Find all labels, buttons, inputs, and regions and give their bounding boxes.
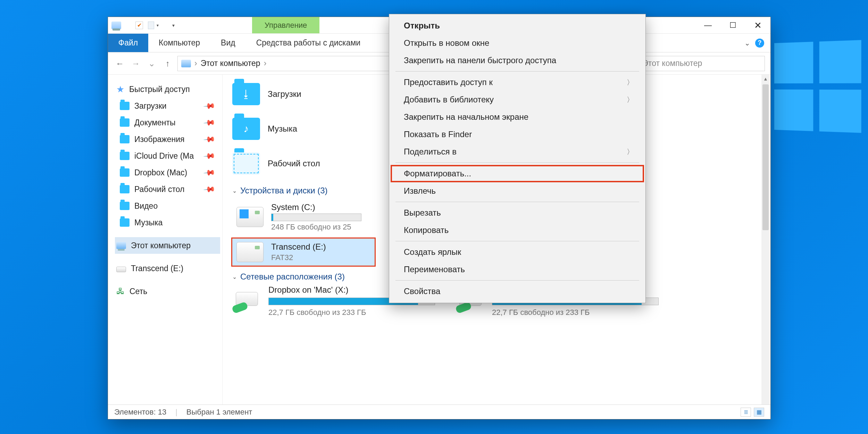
sidebar-item-videos[interactable]: Видео xyxy=(115,198,220,214)
context-menu-item[interactable]: Открыть xyxy=(391,17,644,34)
chevron-right-icon: 〉 xyxy=(627,78,634,87)
sidebar-item-pictures[interactable]: Изображения 📌 xyxy=(115,131,220,148)
help-icon[interactable]: ? xyxy=(755,39,764,48)
group-label: Устройства и диски (3) xyxy=(240,186,328,195)
drive-transcend-e[interactable]: Transcend (E:) FAT32 xyxy=(232,239,375,266)
pin-icon: 📌 xyxy=(203,99,216,112)
music-folder-icon: ♪ xyxy=(232,118,260,140)
usb-drive-icon xyxy=(236,242,264,262)
sidebar-item-label: Сеть xyxy=(130,287,147,296)
sidebar-transcend[interactable]: Transcend (E:) xyxy=(115,260,220,277)
netloc-sublabel: 22,7 ГБ свободно из 233 ГБ xyxy=(268,308,435,317)
status-selection: Выбран 1 элемент xyxy=(186,408,252,417)
sidebar-item-label: Документы xyxy=(134,118,176,127)
context-menu-item[interactable]: Предоставить доступ к〉 xyxy=(391,74,644,91)
context-menu-item[interactable]: Копировать xyxy=(391,222,644,239)
context-menu-item[interactable]: Открыть в новом окне xyxy=(391,34,644,52)
chevron-down-icon: ⌄ xyxy=(232,187,237,194)
scrollbar[interactable]: ▲ xyxy=(761,75,770,404)
sidebar-item-label: Быстрый доступ xyxy=(129,85,190,94)
folder-desktop[interactable]: Рабочий стол xyxy=(232,148,364,180)
context-menu-item[interactable]: Создать ярлык xyxy=(391,243,644,261)
contextual-tab-manage[interactable]: Управление xyxy=(252,17,319,33)
sidebar-item-label: Transcend (E:) xyxy=(131,264,183,273)
system-drive-icon xyxy=(236,207,264,227)
this-pc-icon[interactable] xyxy=(111,22,121,29)
view-tiles-icon[interactable]: ▦ xyxy=(754,408,764,417)
downloads-folder-icon: ⭳ xyxy=(232,83,260,105)
context-menu-item[interactable]: Закрепить на панели быстрого доступа xyxy=(391,52,644,69)
sidebar-item-label: Этот компьютер xyxy=(131,241,191,250)
sidebar-item-label: iCloud Drive (Ma xyxy=(134,151,194,161)
context-menu-item[interactable]: Свойства xyxy=(391,283,644,300)
sidebar-item-downloads[interactable]: Загрузки 📌 xyxy=(115,98,220,114)
context-menu: ОткрытьОткрыть в новом окнеЗакрепить на … xyxy=(389,14,646,303)
chevron-right-icon[interactable]: › xyxy=(194,59,197,68)
pin-icon: 📌 xyxy=(203,183,216,195)
sidebar-item-dropbox[interactable]: Dropbox (Mac) 📌 xyxy=(115,164,220,181)
context-menu-item[interactable]: Форматировать... xyxy=(391,165,644,182)
forward-button[interactable]: → xyxy=(130,57,142,70)
qat-newfolder-icon[interactable] xyxy=(148,22,154,29)
context-menu-item[interactable]: Извлечь xyxy=(391,182,644,200)
pin-icon: 📌 xyxy=(203,133,216,145)
sidebar-item-label: Рабочий стол xyxy=(134,185,184,194)
sidebar-item-icloud[interactable]: iCloud Drive (Ma 📌 xyxy=(115,148,220,164)
address-pc-icon xyxy=(181,60,191,67)
sidebar-item-documents[interactable]: Документы 📌 xyxy=(115,114,220,131)
back-button[interactable]: ← xyxy=(114,57,126,70)
history-dropdown-icon[interactable]: ⌄ xyxy=(145,57,158,70)
folder-music[interactable]: ♪ Музыка xyxy=(232,113,364,145)
qat-properties-icon[interactable]: ✔ xyxy=(135,22,143,29)
folder-icon xyxy=(120,152,130,160)
drive-sublabel: 248 ГБ свободно из 25 xyxy=(271,223,361,232)
group-label: Сетевые расположения (3) xyxy=(240,272,345,282)
netloc-sublabel: 22,7 ГБ свободно из 233 ГБ xyxy=(492,308,659,317)
nav-sidebar: ★ Быстрый доступ Загрузки 📌 Документы 📌 … xyxy=(108,75,223,404)
maximize-button[interactable]: ☐ xyxy=(720,17,745,34)
drive-system-c[interactable]: System (C:) 248 ГБ свободно из 25 xyxy=(232,199,375,235)
view-details-icon[interactable]: ≣ xyxy=(741,408,751,417)
folder-label: Загрузки xyxy=(268,89,301,99)
search-input[interactable]: ск: Этот компьютер xyxy=(626,56,765,71)
pin-icon: 📌 xyxy=(203,116,216,129)
drive-label: Transcend (E:) xyxy=(271,242,326,252)
sidebar-network[interactable]: 🖧 Сеть xyxy=(115,283,220,300)
chevron-right-icon: 〉 xyxy=(627,95,634,105)
pin-icon: 📌 xyxy=(203,149,216,162)
drive-label: System (C:) xyxy=(271,202,361,212)
status-item-count: Элементов: 13 xyxy=(114,408,166,417)
up-button[interactable]: ↑ xyxy=(161,57,174,70)
tab-view[interactable]: Вид xyxy=(210,34,246,52)
context-menu-item[interactable]: Закрепить на начальном экране xyxy=(391,108,644,126)
chevron-right-icon[interactable]: › xyxy=(264,59,267,68)
tab-computer[interactable]: Компьютер xyxy=(148,34,210,52)
sidebar-item-desktop[interactable]: Рабочий стол 📌 xyxy=(115,181,220,198)
star-icon: ★ xyxy=(116,84,124,95)
status-bar: Элементов: 13 | Выбран 1 элемент ≣ ▦ xyxy=(108,404,770,419)
folder-icon xyxy=(120,218,130,227)
folder-icon xyxy=(120,118,130,127)
folder-icon xyxy=(120,202,130,210)
close-button[interactable]: ✕ xyxy=(745,17,770,34)
folder-downloads[interactable]: ⭳ Загрузки xyxy=(232,78,364,110)
folder-icon xyxy=(120,168,130,177)
minimize-button[interactable]: — xyxy=(695,17,720,34)
qat-customize-icon[interactable]: ▾ xyxy=(170,23,177,28)
sidebar-quick-access[interactable]: ★ Быстрый доступ xyxy=(115,81,220,98)
ribbon-collapse-icon[interactable]: ⌄ xyxy=(744,39,750,47)
context-menu-item[interactable]: Переименовать xyxy=(391,261,644,278)
pc-icon xyxy=(116,242,126,249)
sidebar-this-pc[interactable]: Этот компьютер xyxy=(115,237,220,254)
context-menu-item[interactable]: Вырезать xyxy=(391,204,644,222)
folder-icon xyxy=(120,135,130,143)
tab-drive-tools[interactable]: Средства работы с дисками xyxy=(246,34,371,52)
tab-file[interactable]: Файл xyxy=(108,34,148,52)
context-menu-item[interactable]: Поделиться в〉 xyxy=(391,143,644,160)
breadcrumb-this-pc[interactable]: Этот компьютер xyxy=(201,59,260,68)
context-menu-item[interactable]: Показать в Finder xyxy=(391,126,644,143)
folder-label: Рабочий стол xyxy=(268,159,320,168)
context-menu-item[interactable]: Добавить в библиотеку〉 xyxy=(391,91,644,108)
chevron-down-icon: ⌄ xyxy=(232,274,237,280)
sidebar-item-music[interactable]: Музыка xyxy=(115,214,220,231)
